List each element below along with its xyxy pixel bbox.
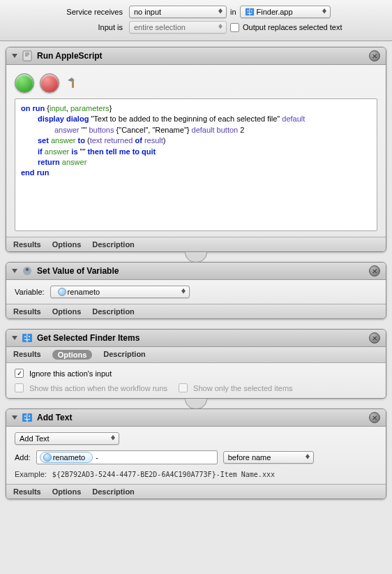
ignore-input-label: Ignore this action's input [29, 369, 112, 378]
addtext-mode-select[interactable]: Add Text [15, 432, 119, 445]
app-select[interactable]: Finder.app [240, 6, 331, 18]
options-tab[interactable]: Options [52, 487, 82, 496]
variable-select[interactable]: renameto [50, 286, 190, 298]
close-action-button[interactable]: ✕ [369, 332, 380, 344]
input-is-label: Input is [7, 23, 126, 31]
action-title: Run AppleScript [37, 51, 365, 61]
example-value: ${2B792AD3-5244-4477-BE2D-6A4C190A773F}-… [52, 471, 275, 478]
disclosure-icon[interactable] [12, 54, 17, 58]
description-tab[interactable]: Description [92, 487, 135, 496]
svg-point-9 [29, 336, 30, 337]
disclosure-icon[interactable] [12, 336, 17, 340]
svg-point-6 [26, 268, 29, 271]
add-text-field[interactable]: renameto - [36, 450, 218, 464]
close-action-button[interactable]: ✕ [369, 50, 380, 61]
example-label: Example: [15, 470, 47, 478]
finder-icon [22, 332, 33, 344]
service-receives-label: Service receives [7, 8, 126, 16]
svg-rect-4 [72, 81, 74, 88]
svg-point-8 [24, 336, 26, 337]
svg-point-11 [24, 415, 26, 417]
description-tab[interactable]: Description [103, 350, 146, 360]
results-tab[interactable]: Results [13, 487, 41, 496]
workflow-workspace: Run AppleScript ✕ on run {input, paramet… [0, 41, 392, 515]
close-action-button[interactable]: ✕ [369, 412, 380, 423]
action-body: on run {input, parameters} display dialo… [6, 65, 386, 237]
run-script-button[interactable] [15, 73, 34, 93]
compile-script-button[interactable] [65, 73, 82, 93]
action-run-applescript: Run AppleScript ✕ on run {input, paramet… [6, 47, 386, 252]
input-is-select: entire selection [129, 21, 227, 34]
in-label: in [230, 8, 236, 16]
position-select[interactable]: before name [223, 451, 314, 464]
script-editor[interactable]: on run {input, parameters} display dialo… [15, 98, 377, 231]
automator-icon [22, 265, 33, 277]
connector-icon [6, 399, 386, 409]
results-tab[interactable]: Results [13, 350, 41, 360]
output-replaces-checkbox[interactable] [230, 23, 239, 32]
action-title: Get Selected Finder Items [37, 333, 365, 343]
variable-token[interactable]: renameto [40, 452, 93, 463]
output-replaces-label: Output replaces selected text [243, 23, 342, 31]
action-title: Set Value of Variable [37, 266, 365, 276]
stop-script-button[interactable] [40, 73, 59, 93]
description-tab[interactable]: Description [92, 307, 135, 316]
ignore-input-checkbox[interactable] [15, 369, 24, 378]
disclosure-icon[interactable] [12, 415, 17, 420]
finder-app-icon [245, 7, 255, 17]
close-action-button[interactable]: ✕ [369, 265, 380, 277]
variable-label: Variable: [15, 288, 45, 296]
svg-point-1 [247, 10, 248, 11]
action-header[interactable]: Add Text ✕ [6, 409, 386, 427]
show-when-runs-checkbox [15, 383, 24, 392]
show-when-runs-label: Show this action when the workflow runs [29, 384, 167, 392]
options-tab[interactable]: Options [52, 307, 82, 316]
action-header[interactable]: Run AppleScript ✕ [6, 47, 386, 65]
svg-point-2 [250, 10, 252, 11]
show-selected-checkbox [179, 383, 188, 392]
action-header[interactable]: Set Value of Variable ✕ [6, 263, 386, 280]
options-tab[interactable]: Options [52, 350, 93, 360]
service-receives-select[interactable]: no input [129, 6, 227, 18]
action-title: Add Text [37, 413, 365, 422]
action-get-finder-items: Get Selected Finder Items ✕ Results Opti… [6, 329, 386, 399]
results-tab[interactable]: Results [13, 307, 41, 316]
results-tab[interactable]: Results [13, 240, 41, 249]
connector-icon [6, 252, 386, 262]
action-add-text: Add Text ✕ Add Text Add: renameto - befo… [6, 409, 386, 499]
action-header[interactable]: Get Selected Finder Items ✕ [6, 330, 386, 347]
finder-icon [22, 412, 33, 423]
service-config-toolbar: Service receives no input in Finder.app … [0, 0, 392, 41]
disclosure-icon[interactable] [12, 269, 17, 273]
show-selected-label: Show only the selected items [193, 384, 292, 392]
options-tab[interactable]: Options [52, 240, 82, 249]
action-set-variable: Set Value of Variable ✕ Variable: rename… [6, 262, 386, 319]
applescript-icon [22, 50, 33, 61]
svg-point-12 [29, 415, 30, 417]
description-tab[interactable]: Description [92, 240, 135, 249]
add-label: Add: [15, 453, 31, 462]
